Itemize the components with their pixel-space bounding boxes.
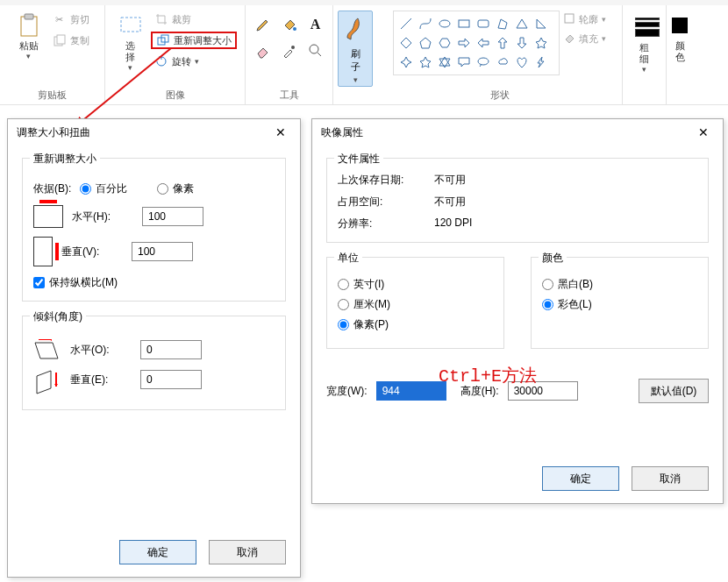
paste-button[interactable]: 粘贴 ▾ — [12, 7, 46, 60]
svg-rect-3 — [57, 35, 65, 44]
close-button[interactable]: ✕ — [688, 125, 719, 139]
group-shapes-label: 形状 — [490, 87, 510, 105]
brush-button[interactable]: 刷 子 ▾ — [338, 11, 373, 87]
ribbon: 粘贴 ▾ ✂ 剪切 复制 剪贴板 — [0, 0, 728, 105]
skew-vert-input[interactable] — [140, 370, 202, 389]
file-attr-group: 文件属性 上次保存日期: 不可用 占用空间: 不可用 分辨率: 120 DPI — [326, 158, 709, 243]
eraser-tool[interactable] — [251, 39, 275, 63]
paste-label: 粘贴 — [19, 40, 39, 52]
units-pixels-radio[interactable]: 像素(P) — [338, 317, 493, 332]
fill-tool[interactable] — [277, 12, 302, 37]
colors-bw-radio[interactable]: 黑白(B) — [542, 277, 697, 292]
color-button[interactable]: 颜 色 — [668, 7, 691, 63]
shape-triangle[interactable] — [513, 15, 531, 32]
resize-vert-icon — [33, 237, 53, 266]
shape-more[interactable] — [532, 34, 550, 52]
thickness-button[interactable]: 粗 细 ▾ — [628, 7, 661, 74]
res-value: 120 DPI — [434, 216, 697, 231]
keep-aspect-checkbox[interactable]: 保持纵横比(M) — [33, 275, 275, 290]
shape-arrow-l[interactable] — [475, 34, 492, 52]
group-clipboard-label: 剪贴板 — [38, 87, 67, 105]
brush-icon — [342, 13, 368, 46]
shape-star4[interactable] — [397, 53, 415, 71]
shape-rect[interactable] — [455, 15, 473, 32]
skew-horiz-input[interactable] — [140, 340, 202, 359]
dialog-resize-skew: 调整大小和扭曲 ✕ 重新调整大小 依据(B): 百分比 像素 水平(H): — [7, 118, 301, 578]
svg-rect-4 — [121, 18, 140, 32]
ok-button[interactable]: 确定 — [119, 540, 196, 564]
horiz-input[interactable] — [142, 207, 203, 226]
shape-fill-button[interactable]: 填充 ▾ — [563, 32, 606, 46]
picker-tool[interactable] — [277, 39, 302, 63]
shape-polygon[interactable] — [494, 15, 511, 32]
rotate-button[interactable]: 旋转 ▾ — [151, 53, 237, 70]
skew-vert-icon — [33, 369, 61, 390]
resize-horiz-icon — [33, 205, 63, 228]
shape-line[interactable] — [397, 15, 415, 32]
pencil-tool[interactable] — [251, 12, 275, 37]
by-percent-radio[interactable]: 百分比 — [80, 181, 127, 196]
last-saved-value: 不可用 — [434, 173, 697, 188]
shape-diamond[interactable] — [397, 34, 415, 52]
vert-input[interactable] — [132, 242, 193, 261]
shape-heart[interactable] — [513, 53, 531, 71]
select-icon — [118, 12, 143, 39]
width-label: 宽度(W): — [326, 384, 368, 399]
ok-button[interactable]: 确定 — [542, 466, 619, 491]
shape-callout-rect[interactable] — [455, 53, 473, 71]
zoom-tool[interactable] — [303, 39, 328, 63]
shape-curve[interactable] — [417, 15, 434, 32]
shape-callout-cloud[interactable] — [494, 53, 511, 71]
resize-label: 重新调整大小 — [174, 34, 232, 47]
disk-value: 不可用 — [434, 195, 697, 209]
rotate-label: 旋转 — [172, 55, 191, 68]
ribbon-group-color: 颜 色 — [667, 5, 693, 105]
outline-label: 轮廓 — [579, 13, 598, 26]
shape-oval[interactable] — [436, 15, 453, 32]
skew-horiz-icon — [33, 339, 61, 360]
ribbon-group-clipboard: 粘贴 ▾ ✂ 剪切 复制 剪贴板 — [0, 5, 105, 105]
text-tool[interactable]: A — [303, 12, 328, 37]
shape-outline-button[interactable]: 轮廓 ▾ — [563, 12, 606, 26]
shape-lightning[interactable] — [532, 53, 550, 71]
height-input[interactable] — [508, 381, 578, 401]
disk-key: 占用空间: — [338, 195, 434, 209]
shape-arrow-d[interactable] — [513, 34, 531, 52]
shape-roundrect[interactable] — [475, 15, 492, 32]
by-pixels-radio[interactable]: 像素 — [157, 181, 194, 196]
fill-icon — [563, 32, 575, 46]
shape-callout-oval[interactable] — [475, 53, 492, 71]
skew-group-legend: 倾斜(角度) — [30, 309, 86, 324]
width-input[interactable] — [376, 381, 446, 401]
copy-button[interactable]: 复制 — [49, 32, 93, 49]
cancel-button[interactable]: 取消 — [209, 540, 286, 564]
shape-rtriangle[interactable] — [532, 15, 550, 32]
shape-star6[interactable] — [436, 53, 453, 71]
shape-arrow-r[interactable] — [455, 34, 473, 52]
dropdown-icon: ▾ — [353, 75, 358, 86]
colors-color-radio[interactable]: 彩色(L) — [542, 297, 697, 312]
select-button[interactable]: 选 择 ▾ — [114, 7, 147, 72]
cancel-button[interactable]: 取消 — [632, 466, 709, 491]
skew-horiz-label: 水平(O): — [70, 343, 132, 358]
shape-hexagon[interactable] — [436, 34, 453, 52]
shapes-gallery[interactable] — [393, 11, 560, 75]
svg-point-7 — [293, 27, 296, 31]
default-button[interactable]: 默认值(D) — [639, 379, 709, 403]
crop-button[interactable]: 裁剪 — [151, 11, 237, 28]
outline-icon — [563, 12, 575, 26]
shape-arrow-u[interactable] — [494, 34, 511, 52]
vert-label: 垂直(V): — [61, 245, 123, 259]
resize-button[interactable]: 重新调整大小 — [151, 32, 237, 49]
crop-icon — [154, 12, 168, 26]
ribbon-group-brush: 刷 子 ▾ — [333, 5, 377, 105]
cut-button[interactable]: ✂ 剪切 — [49, 11, 93, 28]
shape-star5[interactable] — [417, 53, 434, 71]
close-button[interactable]: ✕ — [265, 125, 296, 139]
units-cm-radio[interactable]: 厘米(M) — [338, 297, 493, 312]
ribbon-group-image: 选 择 ▾ 裁剪 重新调整大小 — [105, 5, 246, 105]
shape-pentagon[interactable] — [417, 34, 434, 52]
clipboard-icon — [17, 12, 41, 39]
svg-rect-12 — [478, 20, 489, 27]
units-inches-radio[interactable]: 英寸(I) — [338, 277, 493, 292]
